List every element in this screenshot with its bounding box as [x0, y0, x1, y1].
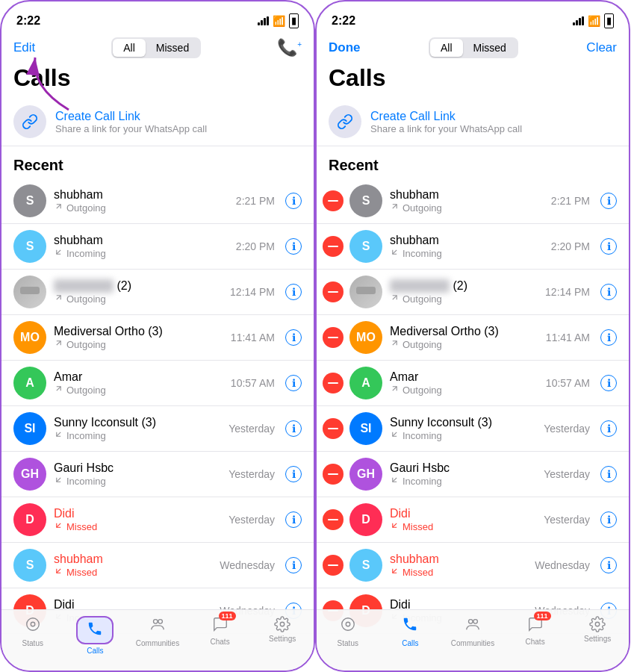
tab-status-left[interactable]: Status	[1, 616, 64, 647]
direction-icon	[54, 520, 63, 532]
info-button[interactable]: ℹ	[285, 557, 302, 573]
call-info: Sunny Icconsult (3) Incoming	[390, 416, 544, 441]
clear-button[interactable]: Clear	[586, 40, 617, 55]
call-info: Didi Missed	[54, 507, 229, 532]
link-text-right: Create Call Link Share a link for your W…	[370, 110, 522, 134]
info-button[interactable]: ℹ	[600, 466, 617, 482]
info-button[interactable]: ℹ	[600, 329, 617, 346]
tab-chats-right[interactable]: 111 Chats	[504, 616, 567, 646]
avatar-initials: S	[349, 549, 382, 582]
tab-calls-left[interactable]: Calls	[64, 616, 127, 655]
call-item[interactable]: S shubham Outgoing 2:21 PM ℹ	[317, 178, 629, 224]
link-sub-left: Share a link for your WhatsApp call	[55, 123, 207, 134]
delete-button[interactable]	[323, 327, 344, 348]
tab-chats-left[interactable]: 111 Chats	[189, 616, 252, 646]
info-button[interactable]: ℹ	[285, 238, 302, 255]
call-item[interactable]: GH Gauri Hsbc Incoming Yesterday ℹ	[1, 452, 314, 497]
call-item[interactable]: GH Gauri Hsbc Incoming Yesterday ℹ	[317, 452, 629, 497]
create-link-row-right[interactable]: Create Call Link Share a link for your W…	[317, 98, 629, 146]
avatar: S	[349, 230, 382, 263]
call-direction: Outgoing	[390, 338, 546, 350]
all-tab-left[interactable]: All	[113, 39, 146, 57]
call-item[interactable]: A Amar Outgoing 10:57 AM ℹ	[1, 361, 314, 406]
tab-label-settings-right: Settings	[584, 635, 611, 643]
call-direction: Outgoing	[54, 338, 231, 350]
calls-icon-left	[87, 622, 103, 641]
add-call-button-left[interactable]: 📞+	[277, 38, 302, 57]
direction-label: Outgoing	[402, 339, 442, 350]
info-button[interactable]: ℹ	[600, 511, 617, 528]
call-item[interactable]: MO Mediversal Ortho (3) Outgoing 11:41 A…	[317, 315, 629, 361]
call-item[interactable]: MO Mediversal Ortho (3) Outgoing 11:41 A…	[1, 315, 314, 361]
avatar-initials: GH	[13, 458, 46, 491]
delete-button[interactable]	[323, 236, 344, 257]
wifi-icon-left: 📶	[273, 15, 285, 27]
tab-communities-left[interactable]: Communities	[126, 616, 189, 647]
call-name: shubham	[54, 553, 220, 566]
call-item[interactable]: BLURRED (2) Outgoing 12:14 PM ℹ	[317, 270, 629, 315]
call-item[interactable]: S shubham Missed Wednesday ℹ	[1, 543, 314, 588]
delete-button[interactable]	[323, 464, 344, 485]
tab-communities-right[interactable]: Communities	[441, 616, 504, 647]
delete-button[interactable]	[323, 281, 344, 302]
page-title-left: Calls	[1, 64, 314, 98]
call-time: 2:21 PM	[236, 195, 275, 207]
tab-calls-right[interactable]: Calls	[379, 616, 442, 647]
call-item[interactable]: BLURRED (2) Outgoing 12:14 PM ℹ	[1, 270, 314, 315]
call-item[interactable]: D Didi Missed Yesterday ℹ	[1, 497, 314, 543]
call-info: Mediversal Ortho (3) Outgoing	[390, 325, 546, 350]
edit-button[interactable]: Edit	[13, 40, 35, 55]
direction-label: Outgoing	[66, 339, 106, 350]
tab-label-communities-left: Communities	[136, 639, 179, 647]
delete-button[interactable]	[323, 555, 344, 576]
call-info: Gauri Hsbc Incoming	[390, 461, 544, 487]
delete-button[interactable]	[323, 190, 344, 211]
info-button[interactable]: ℹ	[600, 284, 617, 300]
call-time: 2:21 PM	[551, 195, 590, 207]
info-button[interactable]: ℹ	[600, 193, 617, 209]
status-bar-left: 2:22 📶 ▮	[1, 1, 314, 34]
missed-tab-left[interactable]: Missed	[146, 39, 199, 57]
info-button[interactable]: ℹ	[285, 466, 302, 482]
done-button[interactable]: Done	[329, 40, 361, 55]
call-item[interactable]: SI Sunny Icconsult (3) Incoming Yesterda…	[1, 406, 314, 452]
call-direction: Outgoing	[54, 384, 231, 396]
call-info: shubham Outgoing	[390, 188, 551, 214]
delete-button[interactable]	[323, 373, 344, 393]
call-name: Amar	[390, 370, 546, 384]
missed-tab-right[interactable]: Missed	[463, 39, 517, 57]
call-item[interactable]: D Didi Missed Yesterday ℹ	[317, 497, 629, 543]
call-item[interactable]: S shubham Incoming 2:20 PM ℹ	[317, 224, 629, 270]
call-direction: Incoming	[390, 475, 544, 487]
panel-right: 2:22 📶 ▮ Done All Missed Clear Calls	[315, 0, 630, 672]
info-button[interactable]: ℹ	[285, 284, 302, 300]
info-button[interactable]: ℹ	[600, 557, 617, 573]
call-item[interactable]: SI Sunny Icconsult (3) Incoming Yesterda…	[317, 406, 629, 452]
info-button[interactable]: ℹ	[285, 511, 302, 528]
avatar: D	[349, 503, 382, 536]
info-button[interactable]: ℹ	[285, 329, 302, 346]
info-button[interactable]: ℹ	[600, 375, 617, 391]
call-info: Amar Outgoing	[54, 370, 231, 396]
tab-status-right[interactable]: Status	[317, 616, 379, 647]
info-button[interactable]: ℹ	[600, 420, 617, 437]
call-item[interactable]: A Amar Outgoing 10:57 AM ℹ	[317, 361, 629, 406]
create-link-row-left[interactable]: Create Call Link Share a link for your W…	[1, 98, 314, 146]
direction-label: Outgoing	[66, 385, 106, 396]
tab-settings-left[interactable]: Settings	[251, 616, 314, 643]
delete-button[interactable]	[323, 509, 344, 530]
call-item[interactable]: S shubham Incoming 2:20 PM ℹ	[1, 224, 314, 270]
info-button[interactable]: ℹ	[285, 375, 302, 391]
info-button[interactable]: ℹ	[285, 193, 302, 209]
tab-settings-right[interactable]: Settings	[566, 616, 629, 643]
info-button[interactable]: ℹ	[600, 238, 617, 255]
call-direction: Incoming	[390, 247, 551, 259]
all-tab-right[interactable]: All	[430, 39, 463, 57]
call-item[interactable]: S shubham Outgoing 2:21 PM ℹ	[1, 178, 314, 224]
info-button[interactable]: ℹ	[285, 420, 302, 437]
direction-icon	[54, 429, 63, 441]
call-time: Yesterday	[229, 423, 275, 435]
delete-button[interactable]	[323, 418, 344, 439]
avatar-initials: S	[13, 184, 46, 217]
call-item[interactable]: S shubham Missed Wednesday ℹ	[317, 543, 629, 588]
